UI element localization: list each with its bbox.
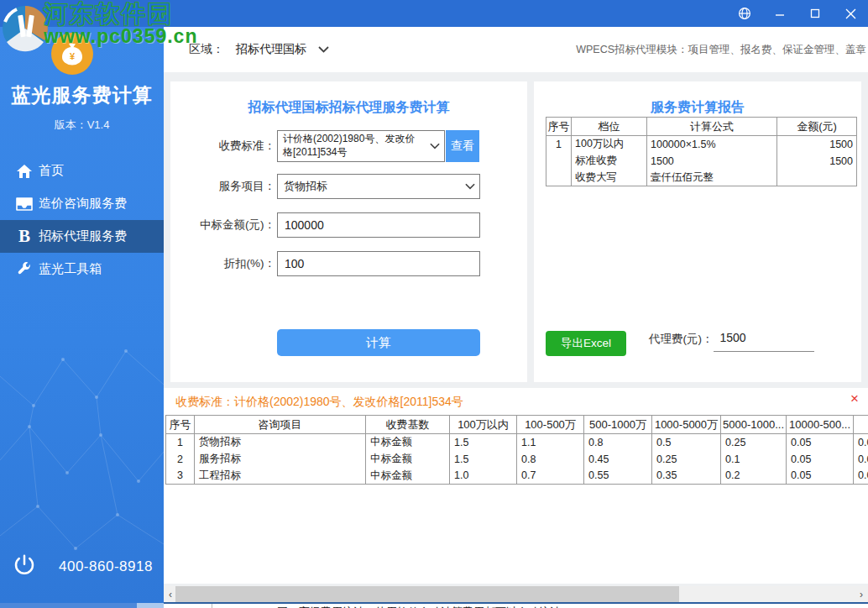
b-letter-icon: B [13,228,35,245]
table-row: 收费大写 壹仟伍佰元整 [546,170,857,186]
table-cell: 0.0 [854,434,868,451]
app-window: 河东软件园 www.pc0359.cn 蓝光服务费计算 版本：V1.4 [0,0,868,608]
inbox-icon [13,197,35,211]
table-cell: 1 [546,136,572,153]
app-title: 蓝光服务费计算 [0,82,164,108]
table-cell: 0.05 [787,468,854,485]
main-area: 区域： 招标代理国标 WPECS招标代理模块：项目管理、报名费、保证金管理、盖章… [164,27,868,608]
sidebar-item-cost-consulting[interactable]: 造价咨询服务费 [0,187,164,220]
agent-fee-value[interactable]: 1500 [714,331,814,352]
standard-field-row: 收费标准： 计价格(2002)1980号、发改价格[2011]534号 查看 [170,130,527,162]
table-cell: 100000×1.5% [647,136,777,153]
col-header: 序号 [546,118,572,136]
chevron-down-icon [430,143,440,149]
maximize-button[interactable] [797,0,833,27]
table-cell: 1500 [647,153,777,170]
table-cell: 1500 [777,136,857,153]
service-field-row: 服务项目： 货物招标 [170,174,527,199]
table-cell: 0.55 [584,468,652,485]
table-cell: 收费大写 [572,170,647,186]
table-row: 3 工程招标 中标金额 1.0 0.7 0.55 0.35 0.2 0.05 0… [166,468,868,485]
wrench-icon [13,261,35,277]
col-header: 500-1000万 [584,416,652,434]
sidebar-item-label: 招标代理服务费 [39,228,127,244]
table-cell: 标准收费 [572,153,647,170]
support-phone-row: 400-860-8918 [12,553,153,581]
region-select-value: 招标代理国标 [236,42,306,57]
col-header: 100-500万 [517,416,584,434]
fee-standard-header-row: 序号 咨询项目 收费基数 100万以内 100-500万 500-1000万 1… [166,416,868,434]
table-cell: 0.0 [854,451,868,468]
home-icon [13,164,35,179]
col-header: 金额(元) [777,118,857,136]
col-header: 序号 [166,416,195,434]
app-version: 版本：V1.4 [0,118,164,133]
clipped-bottom-strip: 三、高级费用统计，使用软件自动计算费用都可以自动统计 [164,602,868,608]
chevron-down-icon [465,183,475,190]
sidebar: 蓝光服务费计算 版本：V1.4 首页 造价咨询服务费 B 招标代理服务费 [0,27,164,603]
export-excel-button[interactable]: 导出Excel [546,331,626,356]
horizontal-scrollbar[interactable]: ‹ › [164,586,868,602]
table-cell: 2 [166,451,195,468]
module-info-text: WPECS招标代理模块：项目管理、报名费、保证金管理、盖章 [576,43,868,57]
table-cell: 中标金额 [366,468,450,485]
table-cell: 0.5 [652,434,721,451]
titlebar [0,0,868,27]
table-cell: 0.35 [652,468,721,485]
app-logo [2,5,49,55]
support-phone-number: 400-860-8918 [59,558,153,575]
discount-input[interactable] [277,251,480,276]
table-cell: 1.0 [450,468,517,485]
close-icon[interactable]: × [850,391,859,406]
svg-text:¥: ¥ [70,51,76,61]
fee-standard-select[interactable]: 计价格(2002)1980号、发改价格[2011]534号 [277,130,445,162]
table-cell [546,153,572,170]
sidebar-menu: 首页 造价咨询服务费 B 招标代理服务费 蓝光工具箱 [0,155,164,286]
top-toolbar: 区域： 招标代理国标 WPECS招标代理模块：项目管理、报名费、保证金管理、盖章 [164,27,868,72]
table-row: 标准收费 1500 1500 [546,153,857,170]
region-select[interactable]: 招标代理国标 [236,42,329,57]
scroll-right-arrow[interactable]: › [855,586,868,602]
sidebar-item-label: 造价咨询服务费 [39,196,127,212]
table-cell: 1.5 [450,451,517,468]
sidebar-item-toolbox[interactable]: 蓝光工具箱 [0,253,164,286]
globe-icon[interactable] [727,0,762,27]
table-cell: 服务招标 [195,451,366,468]
col-header: 档位 [572,118,647,136]
amount-label: 中标金额(元)： [170,218,275,233]
table-cell: 中标金额 [366,451,450,468]
background-strip [0,603,164,608]
scrollbar-thumb[interactable] [175,586,679,602]
view-standard-button[interactable]: 查看 [446,130,479,162]
table-cell: 1500 [777,153,857,170]
report-panel: 服务费计算报告 序号 档位 计算公式 金额(元) 1 100万以内 100000… [534,81,861,382]
table-cell: 中标金额 [366,434,450,451]
sidebar-item-home[interactable]: 首页 [0,155,164,187]
sidebar-item-bidding-agency[interactable]: B 招标代理服务费 [0,220,164,253]
close-button[interactable] [833,0,868,27]
fee-standard-panel: 收费标准：计价格(2002)1980号、发改价格[2011]534号 × 序号 … [164,388,868,584]
sidebar-item-label: 首页 [39,163,64,179]
b-letter-glyph: B [18,228,30,245]
table-cell: 0.0 [854,468,868,485]
col-header: 5000-1000... [721,416,787,434]
minimize-button[interactable] [762,0,797,27]
service-item-select[interactable]: 货物招标 [277,174,480,199]
calc-form-panel: 招标代理国标招标代理服务费计算 收费标准： 计价格(2002)1980号、发改价… [170,81,527,382]
table-cell: 0.25 [721,434,787,451]
sidebar-item-label: 蓝光工具箱 [39,261,102,277]
discount-field-row: 折扣(%)： [170,251,527,276]
agent-fee-label: 代理费(元)： [649,332,714,347]
table-cell: 0.7 [517,468,584,485]
bid-amount-input[interactable] [277,212,480,238]
clipped-tip-text: 三、高级费用统计，使用软件自动计算费用都可以自动统计 [277,605,561,608]
col-header: 100万以内 [450,416,517,434]
power-icon[interactable] [12,553,37,581]
col-header: 收费基数 [366,416,450,434]
calculate-button[interactable]: 计算 [277,329,480,356]
table-cell: 1.1 [517,434,584,451]
report-table: 序号 档位 计算公式 金额(元) 1 100万以内 100000×1.5% 15… [546,117,857,186]
col-header: 10000-500... [787,416,854,434]
table-cell: 0.05 [787,451,854,468]
table-cell [546,170,572,186]
